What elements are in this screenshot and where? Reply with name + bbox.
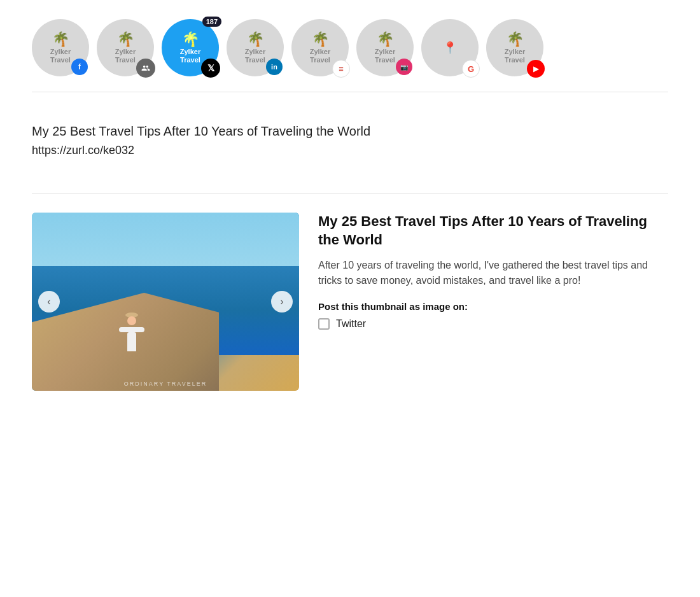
social-icon-facebook[interactable]: 🌴 ZylkerTravel f xyxy=(32,19,89,76)
preview-info: My 25 Best Travel Tips After 10 Years of… xyxy=(318,213,668,330)
instagram-platform-icon: 📷 xyxy=(396,59,412,75)
person-arms xyxy=(119,327,144,332)
social-icon-youtube[interactable]: 🌴 ZylkerTravel ▶ xyxy=(486,19,543,76)
preview-card: ORDINARY TRAVELER ‹ › My 25 Best Travel … xyxy=(32,213,668,391)
social-icon-twitter[interactable]: 187 🌴 ZylkerTravel 𝕏 xyxy=(162,19,219,76)
top-section: 🌴 ZylkerTravel f 🌴 ZylkerTravel 187 xyxy=(0,0,700,105)
social-icons-row: 🌴 ZylkerTravel f 🌴 ZylkerTravel 187 xyxy=(32,19,668,92)
twitter-x-platform-icon: 𝕏 xyxy=(201,59,220,78)
youtube-platform-icon: ▶ xyxy=(527,60,545,78)
post-content-area: My 25 Best Travel Tips After 10 Years of… xyxy=(0,105,700,180)
preview-description: After 10 years of traveling the world, I… xyxy=(318,258,668,288)
social-icon-google-business[interactable]: 📍 G xyxy=(421,19,479,76)
social-icon-group[interactable]: 🌴 ZylkerTravel xyxy=(97,19,154,76)
social-icon-instagram[interactable]: 🌴 ZylkerTravel 📷 xyxy=(356,19,414,76)
person-body xyxy=(127,332,136,351)
notification-badge: 187 xyxy=(202,17,221,27)
thumbnail-next-button[interactable]: › xyxy=(271,291,293,313)
social-icon-yelp[interactable]: 🌴 ZylkerTravel ≡ xyxy=(291,19,349,76)
thumbnail-watermark: ORDINARY TRAVELER xyxy=(124,381,207,387)
bottom-section: ORDINARY TRAVELER ‹ › My 25 Best Travel … xyxy=(0,180,700,410)
twitter-thumbnail-checkbox[interactable] xyxy=(318,318,330,330)
twitter-checkbox-row: Twitter xyxy=(318,318,668,330)
twitter-checkbox-label: Twitter xyxy=(336,318,366,330)
top-divider xyxy=(32,92,668,92)
preview-title: My 25 Best Travel Tips After 10 Years of… xyxy=(318,213,668,249)
bottom-divider xyxy=(32,193,668,193)
post-url: https://zurl.co/ke032 xyxy=(32,144,668,157)
thumbnail-prev-button[interactable]: ‹ xyxy=(38,291,60,313)
google-platform-icon: G xyxy=(462,60,480,78)
thumbnail-container[interactable]: ORDINARY TRAVELER ‹ › xyxy=(32,213,299,391)
thumbnail-scene: ORDINARY TRAVELER xyxy=(32,213,299,391)
linkedin-platform-icon: in xyxy=(266,59,283,75)
yelp-platform-icon: ≡ xyxy=(332,60,350,78)
person-figure xyxy=(125,316,138,351)
person-head xyxy=(127,316,136,325)
facebook-platform-icon: f xyxy=(71,59,88,75)
thumbnail-post-label: Post this thumbnail as image on: xyxy=(318,301,668,312)
post-title: My 25 Best Travel Tips After 10 Years of… xyxy=(32,124,668,139)
group-platform-icon xyxy=(136,59,155,78)
social-icon-linkedin[interactable]: 🌴 ZylkerTravel in xyxy=(227,19,284,76)
